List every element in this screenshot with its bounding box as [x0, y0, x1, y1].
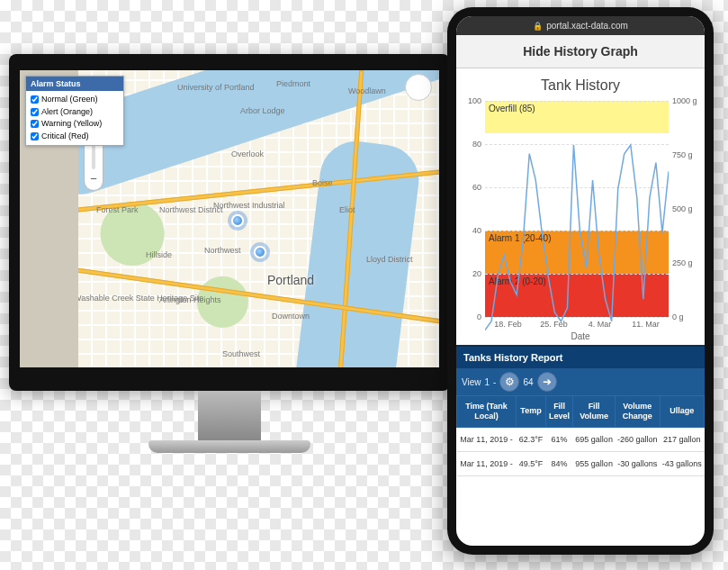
map-place-label: Forest Park — [96, 205, 139, 214]
chart-y-tick-right: 1000 g — [672, 96, 697, 105]
map-place-label: Hillside — [146, 250, 172, 259]
toolbar-view-label: View — [462, 377, 481, 387]
zoom-out-button[interactable]: − — [85, 172, 102, 188]
map-place-label: Northwest Industrial — [213, 201, 285, 210]
map-place-label: Piedmont — [276, 79, 310, 88]
chart-series-line — [485, 145, 669, 330]
map-place-label: Northwest — [204, 246, 241, 255]
chart-y-tick-left: 60 — [472, 183, 481, 192]
map-place-label: Downtown — [272, 312, 310, 321]
alarm-status-item: Critical (Red) — [31, 131, 119, 143]
alarm-checkbox[interactable] — [31, 132, 39, 140]
monitor-base — [148, 440, 310, 453]
hide-history-button[interactable]: Hide History Graph — [456, 35, 705, 68]
chart-y-tick-left: 40 — [472, 226, 481, 235]
map-place-label: Lloyd District — [366, 255, 413, 264]
lock-icon: 🔒 — [533, 22, 543, 31]
alarm-label: Normal (Green) — [41, 94, 98, 106]
chart-y-tick-right: 250 g — [672, 258, 693, 267]
chart-y-tick-left: 0 — [477, 312, 481, 321]
desktop-monitor: University of PortlandPiedmontWoodlawnAr… — [9, 54, 450, 453]
chart-y-tick-right: 750 g — [672, 150, 693, 159]
map-pan-control[interactable] — [405, 74, 432, 101]
map-city-label: Portland — [267, 273, 314, 287]
alarm-label: Alert (Orange) — [41, 106, 93, 119]
phone-device: 🔒 portal.xact-data.com Hide History Grap… — [447, 7, 714, 555]
alarm-checkbox[interactable] — [31, 108, 39, 116]
url-text: portal.xact-data.com — [546, 21, 628, 31]
monitor-stand — [198, 391, 261, 440]
monitor-screen: University of PortlandPiedmontWoodlawnAr… — [20, 70, 439, 367]
alarm-label: Critical (Red) — [41, 131, 89, 143]
chart-y-tick-right: 0 g — [672, 312, 684, 321]
map-place-label: Washable Creek State Heritage Site — [78, 294, 203, 303]
chart-y-tick-left: 20 — [472, 269, 481, 278]
tank-history-chart[interactable]: Overfill (85)Alarm 1 (20-40)Alarm 2 (0-2… — [485, 101, 669, 317]
browser-url-bar[interactable]: 🔒 portal.xact-data.com — [456, 16, 705, 35]
alarm-label: Warning (Yellow) — [41, 118, 102, 131]
chart-container: Tank History Overfill (85)Alarm 1 (20-40… — [456, 68, 705, 345]
alarm-checkbox[interactable] — [31, 120, 39, 128]
chart-line-svg — [485, 101, 669, 542]
map-pin-icon[interactable] — [254, 246, 266, 258]
alarm-checkbox[interactable] — [31, 95, 39, 104]
map-pin-icon[interactable] — [231, 214, 244, 227]
phone-screen: 🔒 portal.xact-data.com Hide History Grap… — [456, 16, 705, 546]
monitor-bezel: University of PortlandPiedmontWoodlawnAr… — [9, 54, 450, 391]
map-place-label: Woodlawn — [348, 86, 386, 95]
chart-title: Tank History — [462, 77, 699, 94]
chart-y-tick-left: 80 — [472, 140, 481, 149]
alarm-status-item: Normal (Green) — [31, 94, 119, 106]
map-place-label: University of Portland — [177, 83, 255, 92]
map-place-label: Eliot — [339, 205, 355, 214]
alarm-status-item: Warning (Yellow) — [31, 118, 119, 131]
map-river — [292, 137, 423, 367]
map-place-label: Overlook — [231, 149, 264, 158]
alarm-status-item: Alert (Orange) — [31, 106, 119, 119]
map-view[interactable]: University of PortlandPiedmontWoodlawnAr… — [78, 70, 439, 367]
alarm-panel-title: Alarm Status — [26, 77, 123, 91]
alarm-status-panel: Alarm Status Normal (Green)Alert (Orange… — [25, 76, 124, 146]
map-place-label: Arbor Lodge — [240, 106, 285, 115]
chart-y-tick-right: 500 g — [672, 204, 693, 213]
chart-y-tick-left: 100 — [468, 96, 481, 105]
map-place-label: Boise — [312, 178, 333, 187]
map-place-label: Southwest — [222, 349, 260, 358]
